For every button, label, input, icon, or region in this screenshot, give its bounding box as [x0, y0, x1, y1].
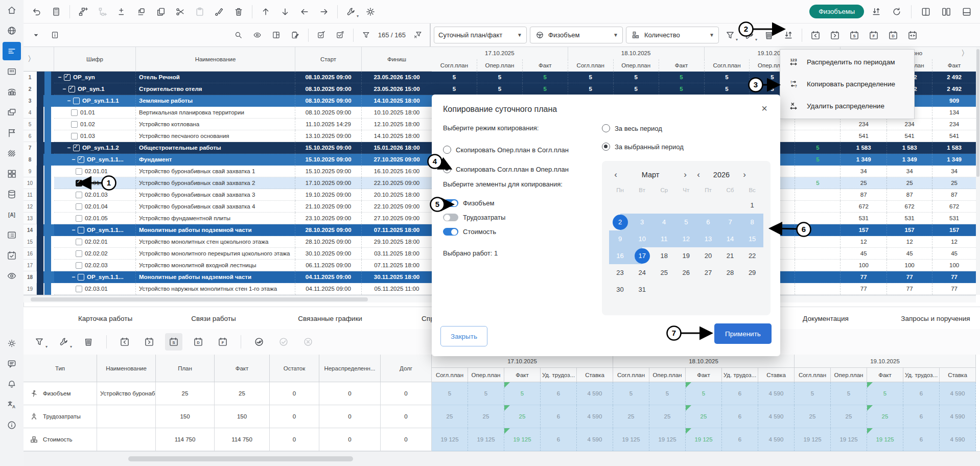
- day-2[interactable]: 2: [609, 214, 631, 230]
- work-row[interactable]: 501.02Устройство котлована11.10.2025 14:…: [24, 119, 432, 130]
- work-checkbox[interactable]: [76, 262, 82, 269]
- collapse-icon[interactable]: −: [66, 145, 72, 151]
- day-15[interactable]: 15: [741, 230, 763, 247]
- work-checkbox[interactable]: [76, 250, 82, 257]
- arrow-up-icon[interactable]: [258, 4, 274, 20]
- tab-2[interactable]: Связи работы: [191, 307, 236, 330]
- day-26[interactable]: 26: [675, 264, 697, 281]
- day-30[interactable]: 30: [609, 281, 631, 298]
- work-row[interactable]: 18−OP_syn.1.1...Монолитные работы надзем…: [24, 271, 432, 283]
- calculator-icon[interactable]: [48, 4, 64, 20]
- work-checkbox[interactable]: [76, 239, 82, 245]
- arrow-right-icon[interactable]: [316, 4, 332, 20]
- refresh-icon[interactable]: [889, 4, 905, 20]
- sidebar-icon[interactable]: [268, 27, 285, 43]
- split-horizontal-icon[interactable]: [959, 4, 975, 20]
- combo-1[interactable]: Суточный план/факт▼: [434, 27, 527, 43]
- brightness-icon[interactable]: [3, 334, 21, 353]
- apply-button[interactable]: Применить: [714, 323, 772, 344]
- collapse-icon[interactable]: −: [71, 274, 76, 280]
- eye-icon[interactable]: [3, 267, 21, 285]
- hatch-icon[interactable]: [3, 144, 21, 162]
- list-icon[interactable]: [3, 226, 21, 244]
- day-20[interactable]: 20: [697, 247, 719, 264]
- work-checkbox[interactable]: [78, 274, 84, 281]
- arrow-down-icon[interactable]: [277, 4, 293, 20]
- trash-striped-icon[interactable]: [80, 333, 97, 351]
- column-sync-icon[interactable]: [868, 4, 884, 20]
- collapse-icon[interactable]: −: [66, 98, 72, 104]
- database-icon[interactable]: [3, 185, 21, 203]
- work-checkbox[interactable]: [71, 133, 78, 139]
- collapse-icon[interactable]: −: [57, 74, 62, 80]
- globe-icon[interactable]: [3, 21, 21, 40]
- calendar-range-icon[interactable]: [904, 27, 921, 43]
- work-checkbox[interactable]: [64, 74, 71, 81]
- calendar-check-icon[interactable]: [3, 246, 21, 265]
- collapse-icon[interactable]: −: [62, 86, 67, 92]
- tab-6[interactable]: Запросы и поручения: [901, 307, 970, 330]
- scroll-right-icon[interactable]: 〉: [961, 49, 969, 58]
- work-row[interactable]: 1102.01.03Устройство буронабивных свай з…: [24, 189, 432, 201]
- wrench-menu-icon[interactable]: ▾: [741, 27, 758, 43]
- collapse-icon[interactable]: −: [71, 156, 76, 162]
- funnel-caret-icon[interactable]: ▾: [31, 333, 48, 351]
- info-icon[interactable]: [3, 416, 21, 434]
- work-row[interactable]: 401.01Вертикальная планировка территории…: [24, 107, 432, 119]
- paste-icon[interactable]: [192, 4, 208, 20]
- work-row[interactable]: 1302.01.05Устройство фундаментной плиты2…: [24, 213, 432, 224]
- split-columns-icon[interactable]: [938, 4, 954, 20]
- work-row[interactable]: 7−OP_syn.1.1.2Общестроительные работы15.…: [24, 142, 432, 154]
- work-row[interactable]: 8−OP_syn.1.1...Фундамент15.10.2025 09:00…: [24, 154, 432, 166]
- layers-icon[interactable]: [3, 103, 21, 122]
- day-24[interactable]: 24: [631, 264, 653, 281]
- calendar-s-icon[interactable]: S: [165, 333, 182, 351]
- row-duplicate-icon[interactable]: [133, 4, 150, 20]
- day-14[interactable]: 14: [719, 230, 741, 247]
- work-checkbox[interactable]: [73, 98, 80, 104]
- calendar-next-icon[interactable]: [141, 333, 158, 351]
- link-add-alt-icon[interactable]: [95, 4, 111, 20]
- work-checkbox[interactable]: [76, 192, 82, 198]
- prev-year-icon[interactable]: ‹: [692, 170, 705, 180]
- wrench-icon[interactable]: ▾: [343, 4, 359, 20]
- day-18[interactable]: 18: [653, 247, 675, 264]
- calendar-d-icon[interactable]: D: [190, 333, 207, 351]
- home-icon[interactable]: [3, 1, 21, 19]
- work-checkbox[interactable]: [76, 180, 82, 187]
- cut-icon[interactable]: [172, 4, 189, 20]
- work-checkbox[interactable]: [76, 286, 82, 292]
- resource-row[interactable]: Стоимость114 750114 75000019 12519 12519…: [24, 428, 980, 451]
- day-21[interactable]: 21: [719, 247, 741, 264]
- work-row[interactable]: 14−OP_syn.1.1...Монолитные работы подзем…: [24, 224, 432, 236]
- work-checkbox[interactable]: [73, 145, 80, 151]
- caret-down-icon[interactable]: [28, 27, 44, 43]
- calendar-s-icon[interactable]: S: [846, 27, 862, 43]
- combo-2[interactable]: Физобъем▼: [530, 27, 623, 43]
- menu-item-1[interactable]: 123Распределить по периодам: [780, 51, 914, 73]
- eye-icon[interactable]: [249, 27, 266, 43]
- day-13[interactable]: 13: [697, 230, 719, 247]
- day-8[interactable]: 8: [741, 214, 763, 230]
- undo-icon[interactable]: [29, 4, 45, 20]
- day-7[interactable]: 7: [719, 214, 741, 230]
- trash-striped-icon[interactable]: [761, 27, 777, 43]
- chart-icon[interactable]: [3, 83, 21, 101]
- brush-icon[interactable]: [211, 4, 227, 20]
- select-uncheck-icon[interactable]: [332, 27, 348, 43]
- work-row[interactable]: 1202.01.04Устройство буронабивных свай з…: [24, 201, 432, 213]
- info-panel-icon[interactable]: [46, 27, 63, 43]
- resource-row[interactable]: Трудозатраты15015000025252564 5902525256…: [24, 405, 980, 428]
- x-circle-icon[interactable]: [299, 333, 317, 351]
- combo-3[interactable]: 123Количество▼: [626, 27, 719, 43]
- kanban-icon[interactable]: [3, 62, 21, 81]
- split-vertical-icon[interactable]: [918, 4, 934, 20]
- horizontal-scrollbar-thumb[interactable]: [31, 297, 368, 301]
- chat-icon[interactable]: [3, 355, 21, 373]
- period-radio-1[interactable]: За весь период: [602, 124, 662, 132]
- work-row[interactable]: 1502.02.01Устройство монолитных стен цок…: [24, 236, 432, 248]
- copy-icon[interactable]: [153, 4, 169, 20]
- work-row[interactable]: 1702.02.03Устройство монолитной входной …: [24, 260, 432, 271]
- element-toggle-3[interactable]: Стоимость: [443, 228, 496, 236]
- work-row[interactable]: 1−OP_synОтель Речной08.10.2025 09:0023.0…: [24, 72, 432, 83]
